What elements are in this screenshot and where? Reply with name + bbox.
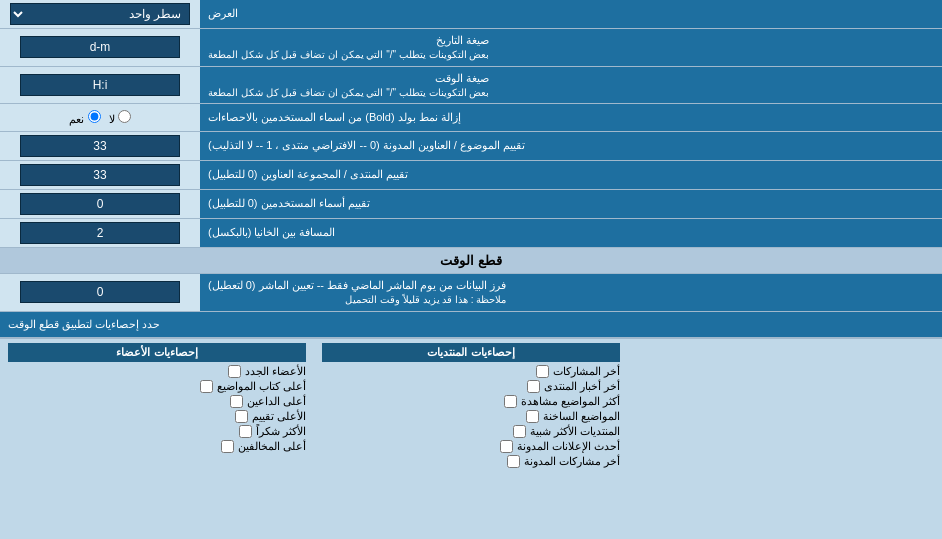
stats-label: حدد إحصاءيات لتطبيق قطع الوقت <box>0 312 942 338</box>
checkboxes-container: إحصاءيات المنتديات أخر المشاركات أخر أخب… <box>0 339 942 474</box>
empty-col <box>628 343 942 470</box>
checkbox-posts-2[interactable] <box>527 380 540 393</box>
radio-label-no: لا <box>109 110 131 126</box>
checkbox-members-4[interactable] <box>235 410 248 423</box>
cutoff-row: فرز البيانات من يوم الماشر الماضي فقط --… <box>0 274 942 312</box>
checkbox-item: أحدث الإعلانات المدونة <box>322 440 620 453</box>
time-format-control <box>0 67 200 104</box>
sort-forum-label: تقييم المنتدى / المجموعة العناوين (0 للت… <box>200 161 942 189</box>
checkbox-posts-7[interactable] <box>507 455 520 468</box>
display-row: العرض سطر واحد سطرين ثلاثة أسطر <box>0 0 942 29</box>
sort-users-input[interactable] <box>20 193 180 215</box>
checkbox-posts-1[interactable] <box>536 365 549 378</box>
checkbox-item: الأعلى تقييم <box>8 410 306 423</box>
checkbox-item: المنتديات الأكثر شبية <box>322 425 620 438</box>
checkbox-members-2[interactable] <box>200 380 213 393</box>
bold-names-control: لا نعم <box>0 104 200 131</box>
checkbox-members-1[interactable] <box>228 365 241 378</box>
posts-col: إحصاءيات المنتديات أخر المشاركات أخر أخب… <box>314 343 628 470</box>
checkbox-posts-6[interactable] <box>500 440 513 453</box>
time-format-row: صيغة الوقت بعض التكوينات يتطلب "/" التي … <box>0 67 942 105</box>
bold-names-row: إزالة نمط بولد (Bold) من اسماء المستخدمي… <box>0 104 942 132</box>
cutoff-section-header: قطع الوقت <box>0 248 942 274</box>
radio-label-yes: نعم <box>69 110 100 126</box>
checkbox-item: أكثر المواضيع مشاهدة <box>322 395 620 408</box>
stats-section: حدد إحصاءيات لتطبيق قطع الوقت إحصاءيات ا… <box>0 312 942 474</box>
display-select[interactable]: سطر واحد سطرين ثلاثة أسطر <box>10 3 190 25</box>
checkbox-item: الأعضاء الجدد <box>8 365 306 378</box>
distance-row: المسافة بين الخانيا (بالبكسل) <box>0 219 942 248</box>
members-header: إحصاءيات الأعضاء <box>8 343 306 362</box>
checkbox-item: أعلى الداعين <box>8 395 306 408</box>
checkbox-item: أعلى كتاب المواضيع <box>8 380 306 393</box>
posts-header: إحصاءيات المنتديات <box>322 343 620 362</box>
checkbox-posts-5[interactable] <box>513 425 526 438</box>
sort-forum-control <box>0 161 200 189</box>
time-format-label: صيغة الوقت بعض التكوينات يتطلب "/" التي … <box>200 67 942 104</box>
sort-users-control <box>0 190 200 218</box>
date-format-label: صيغة التاريخ بعض التكوينات يتطلب "/" الت… <box>200 29 942 66</box>
checkbox-item: أخر المشاركات <box>322 365 620 378</box>
bold-radio-group: لا نعم <box>69 110 130 126</box>
checkbox-item: أخر أخبار المنتدى <box>322 380 620 393</box>
distance-input[interactable] <box>20 222 180 244</box>
members-col: إحصاءيات الأعضاء الأعضاء الجدد أعلى كتاب… <box>0 343 314 470</box>
time-format-input[interactable] <box>20 74 180 96</box>
bold-names-label: إزالة نمط بولد (Bold) من اسماء المستخدمي… <box>200 104 942 131</box>
sort-topics-input[interactable] <box>20 135 180 157</box>
date-format-input[interactable] <box>20 36 180 58</box>
sort-topics-row: تقييم الموضوع / العناوين المدونة (0 -- ا… <box>0 132 942 161</box>
main-container: العرض سطر واحد سطرين ثلاثة أسطر صيغة الت… <box>0 0 942 474</box>
sort-users-row: تقييم أسماء المستخدمين (0 للتطبيل) <box>0 190 942 219</box>
distance-control <box>0 219 200 247</box>
checkbox-members-3[interactable] <box>230 395 243 408</box>
display-control: سطر واحد سطرين ثلاثة أسطر <box>0 0 200 28</box>
date-format-row: صيغة التاريخ بعض التكوينات يتطلب "/" الت… <box>0 29 942 67</box>
sort-forum-row: تقييم المنتدى / المجموعة العناوين (0 للت… <box>0 161 942 190</box>
date-format-control <box>0 29 200 66</box>
checkbox-posts-4[interactable] <box>526 410 539 423</box>
checkbox-item: أعلى المخالفين <box>8 440 306 453</box>
cutoff-input[interactable] <box>20 281 180 303</box>
checkbox-item: المواضيع الساخنة <box>322 410 620 423</box>
cutoff-control <box>0 274 200 311</box>
sort-topics-label: تقييم الموضوع / العناوين المدونة (0 -- ا… <box>200 132 942 160</box>
sort-forum-input[interactable] <box>20 164 180 186</box>
cutoff-label: فرز البيانات من يوم الماشر الماضي فقط --… <box>200 274 942 311</box>
sort-topics-control <box>0 132 200 160</box>
display-label: العرض <box>200 0 942 28</box>
stats-header-row: حدد إحصاءيات لتطبيق قطع الوقت <box>0 312 942 339</box>
checkbox-members-5[interactable] <box>239 425 252 438</box>
sort-users-label: تقييم أسماء المستخدمين (0 للتطبيل) <box>200 190 942 218</box>
checkbox-item: الأكثر شكراً <box>8 425 306 438</box>
checkbox-item: أخر مشاركات المدونة <box>322 455 620 468</box>
checkbox-posts-3[interactable] <box>504 395 517 408</box>
checkbox-members-6[interactable] <box>221 440 234 453</box>
distance-label: المسافة بين الخانيا (بالبكسل) <box>200 219 942 247</box>
radio-no[interactable] <box>118 110 131 123</box>
radio-yes[interactable] <box>88 110 101 123</box>
